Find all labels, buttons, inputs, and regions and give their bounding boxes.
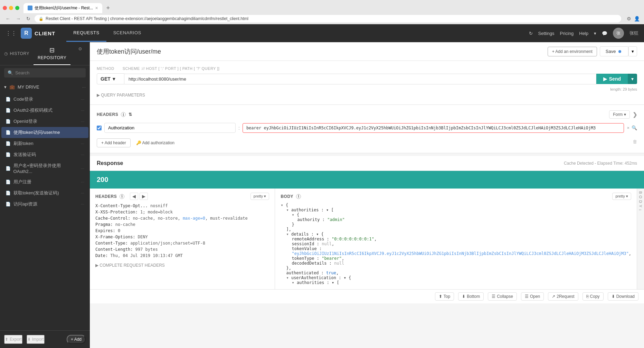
- tab-close-button[interactable]: ×: [95, 5, 98, 11]
- drive-more-icon[interactable]: ···: [82, 84, 86, 90]
- back-button[interactable]: ←: [4, 15, 12, 22]
- response-header: Response Cache Detected - Elapsed Time: …: [90, 156, 644, 171]
- collapse-user-auth[interactable]: ▾: [286, 275, 288, 280]
- sidebar-item-label: 发送验证码: [13, 152, 36, 158]
- body-info-icon[interactable]: ℹ: [296, 194, 301, 199]
- collapse-auth-item[interactable]: ▾: [292, 212, 294, 217]
- import-button[interactable]: ⬇ Import: [27, 335, 45, 344]
- refresh-icon[interactable]: ↻: [529, 31, 533, 36]
- profile-icon[interactable]: 👤: [634, 16, 640, 21]
- settings-button[interactable]: Settings: [538, 31, 555, 36]
- method-select[interactable]: GET ▾: [97, 73, 124, 84]
- header-checkbox[interactable]: [97, 126, 102, 130]
- my-drive-header[interactable]: ▾ 💼 MY DRIVE ···: [4, 83, 86, 91]
- add-header-button[interactable]: + Add header: [97, 138, 131, 147]
- sidebar-item-oauth2[interactable]: 📄 OAuth2-授权码模式 ···: [1, 105, 88, 116]
- body-side-panel[interactable]: B O D Y ↕: [637, 189, 644, 289]
- more-icon[interactable]: ···: [81, 202, 84, 207]
- more-icon[interactable]: ···: [81, 108, 84, 113]
- add-authorization-button[interactable]: 🔑 Add authorization: [136, 140, 174, 145]
- bottom-button[interactable]: ⬇ Bottom: [458, 292, 484, 301]
- new-tab-button[interactable]: +: [104, 3, 113, 13]
- search-input[interactable]: 🔍 Search: [4, 68, 86, 77]
- username-label[interactable]: 张狂: [629, 30, 638, 36]
- copy-button[interactable]: ⎘ Copy: [583, 292, 604, 301]
- address-bar[interactable]: 🔒 Restlet Client - REST API Testing | ch…: [35, 15, 621, 22]
- pricing-button[interactable]: Pricing: [560, 31, 574, 36]
- add-button[interactable]: + Add: [67, 335, 86, 344]
- more-icon[interactable]: ···: [81, 152, 84, 157]
- save-dropdown-button[interactable]: ▾: [628, 46, 637, 56]
- help-button[interactable]: Help: [579, 31, 588, 36]
- header-clear-icon[interactable]: ×: [627, 125, 629, 130]
- extensions-icon[interactable]: ⚙: [627, 16, 631, 21]
- header-value-input[interactable]: [243, 123, 624, 133]
- panel-collapse-icon[interactable]: ❯: [633, 111, 637, 118]
- resp-header-7: Content-Type: application/json;charset=U…: [95, 240, 269, 246]
- add-environment-button[interactable]: + Add an environment: [548, 47, 597, 56]
- more-icon[interactable]: ···: [81, 119, 84, 124]
- sort-icon[interactable]: ⇅: [129, 112, 132, 117]
- headers-prev-button[interactable]: ◀: [130, 193, 138, 200]
- pretty-button[interactable]: pretty ▾: [250, 193, 269, 200]
- sidebar-item-get-token[interactable]: 📄 获取token(发送验证码) ···: [1, 187, 88, 199]
- more-icon[interactable]: ···: [81, 141, 84, 146]
- collapse-authorities2[interactable]: ▾: [292, 280, 294, 285]
- download-button[interactable]: ⬇ Download: [608, 292, 638, 301]
- sidebar-item-user-login[interactable]: 📄 用户名+密码登录并使用OAuth2... ···: [1, 160, 88, 176]
- sidebar-item-label: Code登录: [13, 96, 33, 102]
- sidebar-item-code-login[interactable]: 📄 Code登录 ···: [1, 94, 88, 105]
- nav-requests[interactable]: REQUESTS: [66, 25, 106, 42]
- body-pretty-button[interactable]: pretty ▾: [612, 193, 631, 200]
- sidebar-item-token-user-me[interactable]: 📄 使用token访问/user/me ···: [1, 127, 88, 138]
- tab-favicon: [28, 6, 32, 10]
- open-button[interactable]: ☰ Open: [521, 292, 544, 301]
- headers-info-icon[interactable]: ℹ: [121, 112, 126, 117]
- browser-tab[interactable]: 使用token访问/user/me - Rest... ×: [23, 3, 102, 13]
- tab-extra[interactable]: ⊙: [70, 42, 90, 65]
- more-icon[interactable]: ···: [81, 180, 84, 184]
- resp-headers-info-icon[interactable]: ℹ: [120, 194, 124, 199]
- apps-icon[interactable]: ⋮⋮: [6, 30, 17, 37]
- url-input[interactable]: [124, 74, 596, 84]
- save-button[interactable]: Save: [600, 46, 628, 56]
- headers-next-button[interactable]: ▶: [140, 193, 148, 200]
- drive-icon: 💼: [9, 84, 15, 90]
- collapse-button[interactable]: ☰ Collapse: [488, 292, 517, 301]
- collapse-authorities[interactable]: ▾: [286, 208, 288, 212]
- complete-request-toggle[interactable]: ▶ COMPLETE REQUEST HEADERS: [95, 263, 269, 268]
- collapse-root[interactable]: ▾: [281, 203, 283, 208]
- avatar[interactable]: 张: [613, 28, 624, 39]
- sidebar-item-register[interactable]: 📄 用户注册 ···: [1, 176, 88, 187]
- maximize-window-button[interactable]: [15, 6, 19, 10]
- chat-icon[interactable]: 💬: [602, 31, 607, 36]
- close-window-button[interactable]: [3, 6, 7, 10]
- send-dropdown-button[interactable]: ▾: [628, 74, 637, 84]
- more-icon[interactable]: ···: [81, 191, 84, 195]
- minimize-window-button[interactable]: [9, 6, 13, 10]
- reload-button[interactable]: ↻: [25, 15, 32, 22]
- header-name-input[interactable]: [104, 123, 236, 133]
- tab-history[interactable]: ◷ HISTORY: [0, 42, 34, 65]
- to-request-button[interactable]: ↗ 2Request: [548, 292, 578, 301]
- more-icon[interactable]: ···: [81, 130, 84, 135]
- more-icon[interactable]: ···: [81, 97, 84, 102]
- header-lock-icon[interactable]: 🔍: [632, 125, 637, 130]
- nav-scenarios[interactable]: SCENARIOS: [106, 25, 148, 42]
- forward-button[interactable]: →: [15, 15, 22, 22]
- more-icon[interactable]: ···: [81, 166, 84, 171]
- sidebar-item-send-code[interactable]: 📄 发送验证码 ···: [1, 149, 88, 160]
- top-button[interactable]: ⬆ Top: [435, 292, 454, 301]
- tab-repository[interactable]: ⊟ REPOSITORY: [34, 42, 70, 65]
- sidebar-item-refresh-token[interactable]: 📄 刷新token ···: [1, 138, 88, 149]
- file-icon: 📄: [6, 166, 11, 171]
- sidebar-item-openid[interactable]: 📄 OpenId登录 ···: [1, 116, 88, 127]
- help-dropdown-icon[interactable]: ▾: [594, 31, 596, 36]
- collapse-details[interactable]: ▾: [286, 232, 288, 237]
- sidebar-item-api[interactable]: 📄 访问api资源 ···: [1, 199, 88, 210]
- query-params-toggle[interactable]: ▶ QUERY PARAMETERS: [97, 91, 637, 99]
- export-button[interactable]: ⬆ Export: [4, 335, 22, 344]
- form-button[interactable]: Form ▾: [609, 110, 629, 119]
- send-button[interactable]: ▶ Send: [596, 74, 628, 84]
- delete-header-icon[interactable]: 🗑: [633, 139, 637, 144]
